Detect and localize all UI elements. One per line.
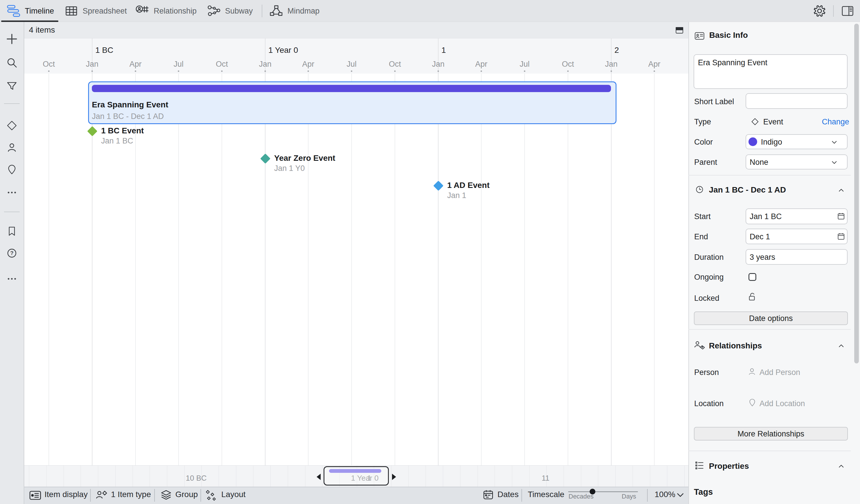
diamond-icon bbox=[6, 120, 18, 133]
navigator-viewport-box[interactable] bbox=[324, 466, 389, 486]
location-icon bbox=[6, 164, 18, 177]
ongoing-label: Ongoing bbox=[694, 273, 723, 282]
zoom-chevron-down-icon[interactable] bbox=[675, 490, 686, 502]
navigator-tick bbox=[581, 465, 581, 487]
items-count-bar bbox=[24, 22, 688, 38]
tab-subway[interactable]: Subway bbox=[207, 0, 253, 22]
timescale-max-label: Days bbox=[622, 493, 636, 500]
layout-icon[interactable] bbox=[204, 489, 217, 503]
ruler-tick-dot bbox=[438, 71, 439, 72]
panel-divider bbox=[688, 329, 851, 330]
sidebar-search-button[interactable] bbox=[0, 56, 24, 70]
ruler-year-label: 1 bbox=[441, 46, 446, 55]
panel-scrollbar[interactable] bbox=[854, 24, 859, 364]
duration-value: 3 years bbox=[750, 253, 775, 262]
zoom-level[interactable]: 100% bbox=[655, 490, 675, 499]
name-input[interactable]: Era Spanning Event bbox=[693, 54, 848, 89]
bookmark-icon bbox=[6, 225, 18, 238]
ruler-month-label: Apr bbox=[475, 60, 487, 69]
sidebar-more-button[interactable] bbox=[0, 187, 24, 200]
type-change-link[interactable]: Change bbox=[822, 118, 849, 127]
split-view-icon[interactable] bbox=[675, 26, 684, 36]
dates-collapse-icon[interactable] bbox=[837, 186, 845, 195]
sidebar-bookmark-button[interactable] bbox=[0, 225, 24, 238]
navigator-left-arrow[interactable] bbox=[317, 474, 321, 480]
add-person-placeholder[interactable]: Add Person bbox=[759, 368, 800, 377]
tab-relationship[interactable]: Relationship bbox=[136, 0, 197, 22]
ruler-tick-dot bbox=[524, 71, 526, 72]
ruler-tick-dot bbox=[91, 71, 93, 72]
ruler-tick-dot bbox=[394, 71, 396, 72]
item-type-icon[interactable] bbox=[95, 489, 108, 503]
sidebar-more-button[interactable] bbox=[0, 273, 24, 286]
panel-divider bbox=[688, 450, 851, 451]
statusbar-item-display-label[interactable]: Item display bbox=[44, 490, 87, 499]
dates-icon[interactable] bbox=[483, 489, 494, 502]
navigator-tick bbox=[46, 465, 46, 487]
sidebar-filter-button[interactable] bbox=[0, 80, 24, 93]
unlock-icon[interactable] bbox=[746, 291, 758, 304]
toolbar-separator bbox=[833, 5, 834, 17]
statusbar-dates-label[interactable]: Dates bbox=[498, 490, 518, 499]
tab-timeline[interactable]: Timeline bbox=[7, 0, 54, 22]
parent-chevron-down-icon bbox=[830, 159, 838, 168]
add-location-placeholder[interactable]: Add Location bbox=[759, 399, 805, 408]
short-label-input[interactable] bbox=[746, 93, 848, 109]
color-swatch bbox=[748, 137, 757, 146]
gridline bbox=[178, 74, 179, 465]
settings-icon[interactable] bbox=[813, 5, 826, 18]
navigator-tick bbox=[633, 465, 633, 487]
ruler-tick-dot bbox=[308, 71, 309, 72]
color-value: Indigo bbox=[761, 138, 782, 147]
ruler-month-label: Jan bbox=[259, 60, 272, 69]
properties-collapse-icon[interactable] bbox=[837, 462, 845, 471]
tab-spreadsheet[interactable]: Spreadsheet bbox=[65, 0, 127, 22]
event-date: Jan 1 bbox=[447, 191, 466, 200]
sidebar-location-button[interactable] bbox=[0, 164, 24, 177]
sidebar-diamond-button[interactable] bbox=[0, 120, 24, 133]
ruler-month-label: Jan bbox=[432, 60, 445, 69]
ruler-year-label: 1 Year 0 bbox=[268, 46, 298, 55]
name-value: Era Spanning Event bbox=[694, 55, 847, 67]
group-icon[interactable] bbox=[160, 489, 172, 503]
dates-section-title: Jan 1 BC - Dec 1 AD bbox=[709, 185, 786, 195]
navigator-tick bbox=[63, 465, 64, 487]
navigator-right-arrow[interactable] bbox=[392, 474, 396, 480]
event-title: Year Zero Event bbox=[274, 153, 335, 163]
gridline bbox=[524, 74, 525, 465]
location-label: Location bbox=[694, 399, 723, 408]
sidebar-person-button[interactable] bbox=[0, 142, 24, 155]
relationships-collapse-icon[interactable] bbox=[837, 342, 845, 351]
statusbar-group-label[interactable]: Group bbox=[175, 490, 198, 499]
more-relationships-button[interactable]: More Relationships bbox=[694, 427, 848, 441]
start-calendar-icon[interactable] bbox=[837, 212, 845, 222]
help-icon: ? bbox=[6, 247, 18, 261]
panel-toggle-icon[interactable] bbox=[841, 5, 854, 18]
top-toolbar bbox=[0, 0, 860, 22]
end-value: Dec 1 bbox=[750, 232, 770, 241]
end-calendar-icon[interactable] bbox=[837, 232, 845, 242]
mindmap-icon bbox=[270, 4, 283, 18]
event-title: 1 BC Event bbox=[101, 126, 144, 135]
ruler-month-label: Oct bbox=[43, 60, 55, 69]
sidebar-plus-button[interactable] bbox=[0, 32, 24, 47]
navigator-tick bbox=[443, 465, 443, 487]
more-icon bbox=[6, 273, 18, 286]
statusbar-item-type-label[interactable]: 1 Item type bbox=[111, 490, 151, 499]
plus-icon bbox=[5, 32, 19, 47]
basic-info-icon bbox=[694, 31, 705, 42]
relationships-title: Relationships bbox=[709, 341, 762, 351]
item-display-icon[interactable] bbox=[29, 489, 41, 503]
tab-mindmap[interactable]: Mindmap bbox=[270, 0, 319, 22]
statusbar-layout-label[interactable]: Layout bbox=[221, 490, 246, 499]
timescale-slider-track[interactable] bbox=[568, 491, 638, 492]
ruler-month-label: Oct bbox=[216, 60, 228, 69]
gridline bbox=[395, 74, 395, 465]
ruler-tick-dot bbox=[264, 71, 266, 72]
sidebar-help-button[interactable]: ? bbox=[0, 247, 24, 261]
date-options-button[interactable]: Date options bbox=[694, 311, 848, 325]
type-label: Type bbox=[694, 118, 711, 127]
navigator-tick bbox=[494, 465, 495, 487]
ongoing-checkbox[interactable] bbox=[748, 273, 756, 281]
event-span-bar[interactable] bbox=[92, 85, 611, 92]
